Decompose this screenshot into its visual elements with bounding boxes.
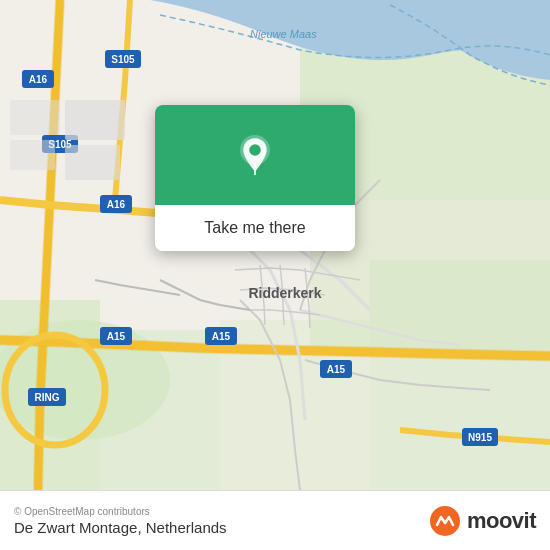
- footer-bar: © OpenStreetMap contributors De Zwart Mo…: [0, 490, 550, 550]
- svg-text:Nieuwe Maas: Nieuwe Maas: [250, 28, 317, 40]
- svg-text:RING: RING: [35, 392, 60, 403]
- svg-rect-31: [10, 100, 60, 135]
- popup-green-header: [155, 105, 355, 205]
- popup-card: Take me there: [155, 105, 355, 251]
- svg-text:A15: A15: [327, 364, 346, 375]
- svg-text:A16: A16: [29, 74, 48, 85]
- moovit-text: moovit: [467, 508, 536, 534]
- svg-text:A15: A15: [107, 331, 126, 342]
- footer-left: © OpenStreetMap contributors De Zwart Mo…: [14, 506, 227, 536]
- osm-credit: © OpenStreetMap contributors: [14, 506, 227, 517]
- svg-text:S105: S105: [111, 54, 135, 65]
- map-container: Nieuwe Maas A16: [0, 0, 550, 490]
- moovit-logo-icon: [429, 505, 461, 537]
- svg-rect-7: [370, 260, 550, 490]
- svg-rect-32: [10, 140, 55, 170]
- svg-text:A16: A16: [107, 199, 126, 210]
- svg-point-36: [249, 144, 261, 156]
- svg-text:A15: A15: [212, 331, 231, 342]
- svg-rect-29: [65, 100, 125, 140]
- location-name: De Zwart Montage, Netherlands: [14, 519, 227, 536]
- svg-rect-5: [100, 330, 220, 490]
- moovit-logo: moovit: [429, 505, 536, 537]
- take-me-there-button[interactable]: Take me there: [155, 205, 355, 251]
- svg-text:Ridderkerk: Ridderkerk: [248, 285, 321, 301]
- location-pin-icon: [235, 135, 275, 175]
- svg-text:N915: N915: [468, 432, 492, 443]
- svg-rect-30: [65, 145, 120, 180]
